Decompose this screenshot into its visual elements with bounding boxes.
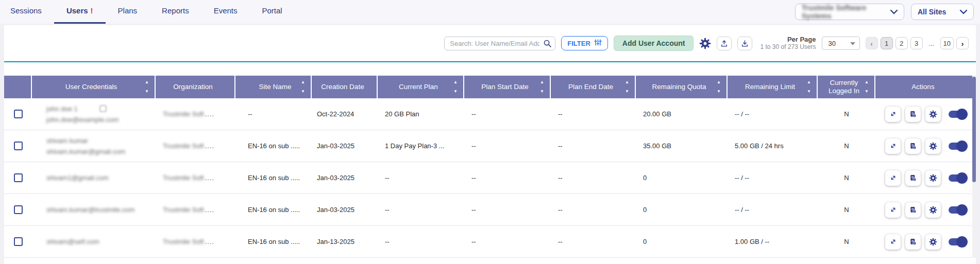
organization-suffix: .... [205,110,214,118]
tab-sessions[interactable]: Sessions [0,0,54,24]
toggle-knob [956,204,968,216]
column-header-site-name[interactable]: Site Name▲▼ [235,76,312,98]
vertical-scrollbar[interactable] [972,76,976,258]
column-label: Site Name [259,83,291,91]
tab-portal[interactable]: Portal [250,0,295,24]
page-button-10[interactable]: 10 [940,37,954,49]
upload-button[interactable] [717,37,732,50]
column-header-plan-start-date[interactable]: Plan Start Date▲▼ [464,76,551,98]
table-body: john doe 1 john.doe@example.com Trustmil… [4,98,976,258]
column-header-remaining-quota[interactable]: Remaining Quota▲▼ [636,76,728,98]
organization-name: Trustmile Soft [163,110,204,118]
scrollbar-thumb[interactable] [972,77,976,182]
creation-date: Jan-03-2025 [312,142,378,150]
user-settings-button[interactable] [925,170,941,186]
download-button[interactable] [737,37,752,50]
page-button-2[interactable]: 2 [895,37,908,49]
tab-events[interactable]: Events [201,0,250,24]
page-button-3[interactable]: 3 [910,37,923,49]
tab-reports[interactable]: Reports [149,0,201,24]
expand-user-button[interactable] [885,138,901,154]
plan-info-button[interactable] [905,138,921,154]
page-size-value: 30 [829,40,836,47]
expand-user-button[interactable] [885,107,901,122]
expand-icon [889,238,897,245]
user-settings-button[interactable] [925,107,941,122]
creation-date: Jan-03-2025 [312,174,378,182]
plan-end-date: -- [551,110,636,118]
tab-label: Plans [118,6,138,15]
column-label: Currently Logged In [822,79,866,95]
row-checkbox[interactable] [14,173,23,182]
prev-page-button[interactable]: ‹ [866,37,878,49]
tab-label: Users [66,6,88,15]
chevron-down-icon [960,10,967,14]
organization-dropdown[interactable]: Trustmile Software Systems [795,4,904,20]
chevron-down-icon [890,10,898,14]
tab-users[interactable]: Users! [54,0,106,24]
user-email: shivam.kumar@gmail.com [46,148,125,155]
document-info-icon [909,110,917,118]
pagination: ‹ 123...10 › [866,37,969,49]
user-enabled-toggle[interactable] [949,206,966,214]
column-label: User Credentials [65,83,117,91]
expand-icon [889,174,897,182]
page-button-1[interactable]: 1 [881,37,893,49]
plan-info-button[interactable] [905,234,921,250]
row-checkbox[interactable] [14,110,23,118]
plan-end-date: -- [551,142,636,150]
settings-gear-button[interactable] [699,38,711,49]
row-checkbox[interactable] [14,205,23,214]
page-size-dropdown[interactable]: 30 [822,37,860,50]
toggle-knob [956,172,968,184]
expand-user-button[interactable] [885,202,901,218]
plan-info-button[interactable] [905,202,921,218]
toggle-knob [956,140,968,152]
column-header-remaining-limit[interactable]: Remaining Limit▲▼ [728,76,818,98]
top-nav: SessionsUsers!PlansReportsEventsPortal T… [0,0,980,24]
current-plan: -- [378,206,464,214]
toggle-knob [956,109,968,120]
user-email: john.doe@example.com [46,116,119,124]
expand-user-button[interactable] [885,170,901,186]
user-enabled-toggle[interactable] [949,111,966,118]
user-settings-button[interactable] [925,234,941,250]
next-page-button[interactable]: › [956,37,969,49]
user-enabled-toggle[interactable] [949,143,966,150]
expand-user-button[interactable] [885,234,901,250]
caret-down-icon [850,42,855,45]
column-header-user-credentials[interactable]: User Credentials▲▼ [32,76,156,98]
remaining-limit: -- / -- [728,206,818,214]
plan-info-button[interactable] [905,170,921,186]
table-header-row: User Credentials▲▼OrganizationSite Name▲… [4,76,976,98]
row-checkbox[interactable] [14,142,23,150]
plan-end-date: -- [551,206,636,214]
table-row: shivam@self.com Trustmile Soft.... EN-16… [4,226,976,258]
remaining-quota: 0 [636,238,728,245]
sort-desc-icon: ▼ [625,87,629,96]
add-user-account-button[interactable]: Add User Account [614,36,694,51]
user-settings-button[interactable] [925,138,941,154]
filter-button[interactable]: FILTER [561,36,608,50]
user-name: shivam kumar [46,136,88,145]
column-header-current-plan[interactable]: Current Plan▲▼ [378,76,464,98]
sort-asc-icon: ▲ [865,78,869,86]
user-email: shivam.kumar@trustmile.com [46,206,134,214]
user-enabled-toggle[interactable] [949,174,966,182]
sort-desc-icon: ▼ [717,87,721,96]
plan-info-button[interactable] [905,107,921,122]
sort-desc-icon: ▼ [145,87,149,96]
search-input[interactable] [444,37,555,50]
user-enabled-toggle[interactable] [949,238,966,245]
site-name: EN-16 on sub ..... [235,206,312,214]
sites-dropdown[interactable]: All Sites [911,4,974,20]
plan-start-date: -- [464,142,551,150]
row-checkbox[interactable] [14,237,23,246]
user-settings-button[interactable] [925,202,941,218]
site-name: EN-16 on sub ..... [235,142,312,150]
tab-plans[interactable]: Plans [106,0,150,24]
column-header-plan-end-date[interactable]: Plan End Date▲▼ [551,76,636,98]
column-header-currently-logged-in[interactable]: Currently Logged In▲▼ [818,76,875,98]
document-info-icon [909,206,917,214]
currently-logged-in: N [818,110,875,118]
